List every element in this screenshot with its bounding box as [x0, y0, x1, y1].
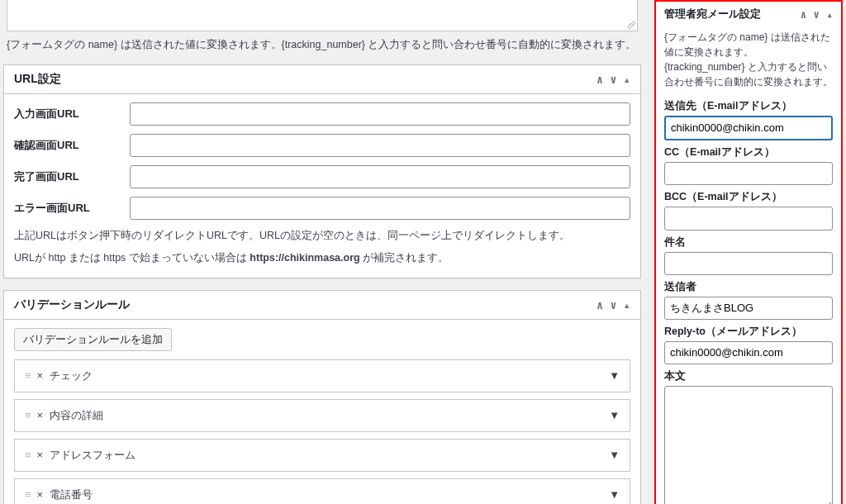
- mail-cc-label: CC（E-mailアドレス）: [664, 145, 833, 159]
- drag-handle-icon[interactable]: ≡: [25, 369, 31, 382]
- mail-sender-label: 送信者: [664, 280, 833, 294]
- prev-panel-textarea-stub[interactable]: [7, 0, 638, 31]
- panel-toggle-icon[interactable]: ▴: [624, 74, 630, 85]
- url-label-confirm: 確認画面URL: [14, 138, 130, 153]
- expand-rule-icon[interactable]: ▼: [609, 409, 620, 421]
- remove-rule-icon[interactable]: ×: [37, 449, 44, 461]
- expand-rule-icon[interactable]: ▼: [609, 449, 620, 461]
- admin-mail-title: 管理者宛メール設定: [664, 7, 761, 21]
- url-row-complete: 完了画面URL: [14, 165, 630, 188]
- admin-mail-help: {フォームタグの name} は送信された値に変換されます。{tracking_…: [656, 26, 841, 96]
- remove-rule-icon[interactable]: ×: [37, 488, 44, 501]
- mail-body-label: 本文: [664, 369, 833, 383]
- mail-sender-input[interactable]: [664, 297, 833, 320]
- url-field-confirm[interactable]: [130, 134, 630, 157]
- panel-move-up-icon[interactable]: ∧: [596, 74, 603, 85]
- validation-rule-item: ≡×内容の詳細▼: [14, 399, 630, 432]
- url-row-input: 入力画面URL: [14, 102, 630, 126]
- url-settings-panel: URL設定 ∧ ∨ ▴ 入力画面URL 確認画面URL 完了画面URL: [3, 64, 641, 278]
- validation-rule-item: ≡×電話番号▼: [14, 478, 630, 504]
- url-label-input: 入力画面URL: [14, 107, 130, 121]
- expand-rule-icon[interactable]: ▼: [609, 488, 620, 501]
- url-row-error: エラー画面URL: [14, 197, 630, 220]
- validation-rule-name: アドレスフォーム: [50, 448, 135, 463]
- mail-body-textarea[interactable]: [664, 386, 833, 504]
- admin-mail-panel-controls: ∧ ∨ ▴: [801, 9, 833, 20]
- url-help-2-domain: https://chikinmasa.org: [250, 252, 359, 264]
- url-help-2-suffix: が補完されます。: [360, 252, 449, 264]
- mail-cc-input[interactable]: [664, 162, 833, 185]
- mail-to-input[interactable]: [664, 116, 833, 140]
- validation-rule-item: ≡×チェック▼: [14, 359, 630, 392]
- validation-rule-item: ≡×アドレスフォーム▼: [14, 439, 630, 472]
- url-help-1: 上記URLはボタン押下時のリダイレクトURLです。URLの設定が空のときは、同一…: [14, 228, 630, 244]
- url-field-complete[interactable]: [130, 165, 630, 188]
- url-label-error: エラー画面URL: [14, 201, 130, 216]
- panel-toggle-icon[interactable]: ▴: [624, 299, 630, 311]
- mail-subject-input[interactable]: [664, 252, 833, 275]
- validation-title: バリデーションルール: [14, 297, 130, 312]
- url-settings-title: URL設定: [14, 72, 61, 87]
- url-field-error[interactable]: [130, 197, 630, 220]
- panel-move-down-icon[interactable]: ∨: [813, 9, 820, 20]
- url-row-confirm: 確認画面URL: [14, 134, 630, 157]
- panel-toggle-icon[interactable]: ▴: [826, 9, 833, 20]
- mail-reply-label: Reply-to（メールアドレス）: [664, 325, 833, 339]
- admin-mail-panel: 管理者宛メール設定 ∧ ∨ ▴ {フォームタグの name} は送信された値に変…: [654, 0, 843, 504]
- formtag-help-top: {フォームタグの name} は送信された値に変換されます。{tracking_…: [7, 38, 638, 53]
- validation-rule-name: 電話番号: [50, 487, 93, 502]
- mail-reply-input[interactable]: [664, 341, 833, 364]
- mail-bcc-label: BCC（E-mailアドレス）: [664, 190, 833, 204]
- remove-rule-icon[interactable]: ×: [37, 409, 44, 421]
- mail-subject-label: 件名: [664, 235, 833, 250]
- add-validation-rule-button[interactable]: バリデーションルールを追加: [14, 328, 172, 351]
- url-settings-panel-controls: ∧ ∨ ▴: [596, 74, 630, 85]
- panel-move-down-icon[interactable]: ∨: [610, 74, 616, 85]
- validation-panel-controls: ∧ ∨ ▴: [596, 299, 630, 311]
- validation-panel: バリデーションルール ∧ ∨ ▴ バリデーションルールを追加 ≡×チェック▼≡×…: [3, 290, 641, 504]
- panel-move-up-icon[interactable]: ∧: [801, 9, 807, 20]
- validation-rule-name: チェック: [50, 368, 93, 383]
- drag-handle-icon[interactable]: ≡: [25, 449, 31, 461]
- url-label-complete: 完了画面URL: [14, 169, 130, 184]
- drag-handle-icon[interactable]: ≡: [25, 409, 31, 421]
- url-help-2-prefix: URLが http または https で始まっていない場合は: [14, 252, 250, 264]
- url-field-input[interactable]: [130, 102, 630, 126]
- drag-handle-icon[interactable]: ≡: [25, 488, 31, 501]
- expand-rule-icon[interactable]: ▼: [609, 369, 620, 382]
- mail-bcc-input[interactable]: [664, 207, 833, 230]
- remove-rule-icon[interactable]: ×: [37, 369, 44, 382]
- panel-move-down-icon[interactable]: ∨: [610, 299, 616, 311]
- mail-to-label: 送信先（E-mailアドレス）: [664, 99, 833, 113]
- url-help-2: URLが http または https で始まっていない場合は https://…: [14, 250, 630, 266]
- panel-move-up-icon[interactable]: ∧: [596, 299, 603, 311]
- validation-rule-name: 内容の詳細: [50, 408, 103, 423]
